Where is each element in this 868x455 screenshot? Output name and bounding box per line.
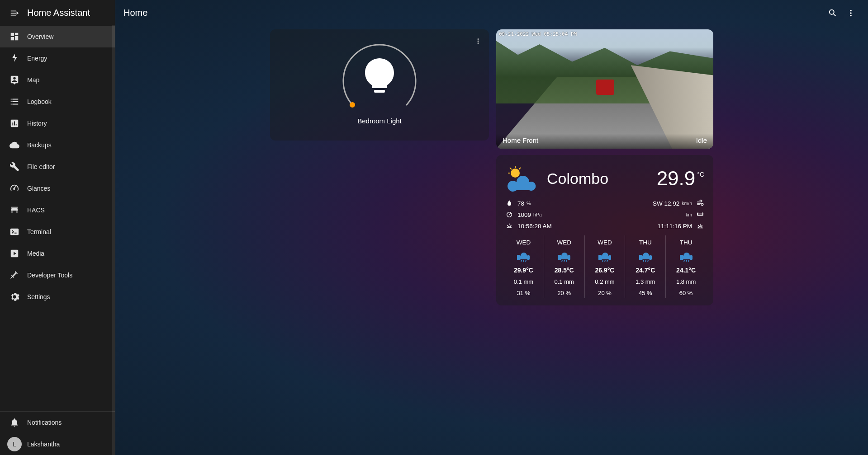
sidebar-item-media[interactable]: Media bbox=[0, 243, 115, 264]
camera-name: Home Front bbox=[503, 136, 538, 144]
sidebar-item-energy[interactable]: Energy bbox=[0, 47, 115, 69]
forecast-precip: 0.1 mm bbox=[514, 278, 533, 285]
svg-line-17 bbox=[607, 260, 607, 262]
forecast-humidity: 60 % bbox=[679, 290, 693, 296]
weather-forecast: WED 29.9°C 0.1 mm 31 % WED 28.5°C 0.1 mm… bbox=[503, 235, 706, 298]
dots-vertical-icon bbox=[846, 8, 856, 18]
play-box-icon bbox=[5, 244, 24, 263]
flash-icon bbox=[5, 49, 24, 67]
weather-card[interactable]: Colombo 29.9 °C 78% bbox=[496, 155, 713, 305]
sidebar-item-dev-tools[interactable]: Developer Tools bbox=[0, 264, 115, 286]
sidebar-item-label: Overview bbox=[27, 33, 53, 40]
search-button[interactable] bbox=[824, 4, 842, 22]
forecast-day: THU bbox=[680, 239, 693, 246]
dashboard-icon bbox=[5, 28, 24, 46]
weather-meta: 78% 1009hPa 10:56:28 AM bbox=[503, 199, 706, 235]
svg-point-2 bbox=[511, 169, 520, 178]
svg-rect-1 bbox=[374, 90, 385, 93]
speedometer-icon bbox=[5, 179, 24, 197]
sidebar-item-label: Developer Tools bbox=[27, 272, 72, 279]
person-pin-icon bbox=[5, 71, 24, 89]
svg-line-19 bbox=[645, 260, 646, 262]
svg-line-13 bbox=[564, 260, 564, 262]
light-card[interactable]: Bedroom Light bbox=[270, 29, 489, 141]
forecast-precip: 0.2 mm bbox=[595, 278, 614, 285]
sidebar-item-history[interactable]: History bbox=[0, 113, 115, 134]
user-name: Lakshantha bbox=[27, 441, 60, 448]
svg-line-16 bbox=[605, 260, 605, 262]
sidebar-item-terminal[interactable]: Terminal bbox=[0, 221, 115, 243]
weather-visibility: km bbox=[688, 211, 704, 219]
card-menu-button[interactable] bbox=[471, 34, 485, 48]
sidebar-item-user[interactable]: L Lakshantha bbox=[0, 433, 115, 455]
sidebar-item-glances[interactable]: Glances bbox=[0, 178, 115, 199]
forecast-precip: 1.8 mm bbox=[676, 278, 696, 285]
svg-line-5 bbox=[510, 168, 512, 169]
rain-icon bbox=[639, 250, 652, 262]
dashboard-content: Bedroom Light 09-21-2022 Wed 05:25:04 PM bbox=[115, 26, 868, 455]
sidebar-item-backups[interactable]: Backups bbox=[0, 134, 115, 156]
forecast-humidity: 31 % bbox=[517, 290, 531, 296]
main: Home bbox=[115, 0, 868, 455]
forecast-item: WED 26.9°C 0.2 mm 20 % bbox=[585, 235, 626, 298]
chart-box-icon bbox=[5, 114, 24, 132]
svg-line-20 bbox=[648, 260, 648, 262]
forecast-day: WED bbox=[557, 239, 571, 246]
sidebar-item-label: Map bbox=[27, 76, 39, 84]
wrench-icon bbox=[5, 158, 24, 176]
forecast-item: THU 24.1°C 1.8 mm 60 % bbox=[666, 235, 706, 298]
forecast-high: 26.9°C bbox=[595, 267, 615, 274]
weather-summary: Colombo 29.9 °C bbox=[503, 162, 706, 199]
sidebar-item-logbook[interactable]: Logbook bbox=[0, 91, 115, 113]
camera-footer: Home Front Idle bbox=[496, 134, 713, 149]
weather-temperature-unit: °C bbox=[697, 171, 704, 178]
forecast-day: WED bbox=[517, 239, 531, 246]
sidebar: Home Assistant Overview Energy Map Logbo… bbox=[0, 0, 115, 455]
sunset-icon bbox=[696, 222, 704, 230]
weather-sunset: 11:11:16 PM bbox=[657, 222, 704, 230]
visibility-icon bbox=[696, 211, 704, 219]
camera-card[interactable]: 09-21-2022 Wed 05:25:04 PM Home Front Id… bbox=[496, 29, 713, 149]
water-icon bbox=[505, 199, 513, 207]
rain-icon bbox=[598, 250, 611, 262]
weather-pressure: 1009hPa bbox=[505, 211, 552, 219]
hammer-icon bbox=[5, 266, 24, 284]
sidebar-item-notifications[interactable]: Notifications bbox=[0, 412, 115, 433]
menu-collapse-icon bbox=[9, 8, 19, 18]
lightbulb-dial-icon bbox=[334, 37, 425, 118]
app-title: Home Assistant bbox=[27, 8, 90, 18]
sidebar-toggle-button[interactable] bbox=[5, 4, 24, 22]
light-dial[interactable] bbox=[334, 39, 425, 116]
overflow-menu-button[interactable] bbox=[842, 4, 860, 22]
sidebar-item-label: Glances bbox=[27, 185, 50, 192]
sidebar-item-label: Backups bbox=[27, 141, 52, 149]
sidebar-item-label: Media bbox=[27, 250, 44, 257]
forecast-precip: 1.3 mm bbox=[636, 278, 655, 285]
page-title: Home bbox=[123, 8, 147, 18]
svg-line-9 bbox=[521, 260, 522, 262]
svg-line-6 bbox=[519, 168, 521, 169]
forecast-humidity: 20 % bbox=[598, 290, 612, 296]
sidebar-item-map[interactable]: Map bbox=[0, 69, 115, 91]
list-icon bbox=[5, 93, 24, 111]
weather-wind: SW 12.92km/h bbox=[653, 199, 704, 207]
forecast-item: THU 24.7°C 1.3 mm 45 % bbox=[625, 235, 666, 298]
console-icon bbox=[5, 223, 24, 241]
svg-line-14 bbox=[566, 260, 567, 262]
sidebar-item-overview[interactable]: Overview bbox=[0, 26, 115, 47]
camera-timestamp: 09-21-2022 Wed 05:25:04 PM bbox=[499, 31, 577, 37]
sidebar-item-settings[interactable]: Settings bbox=[0, 286, 115, 308]
svg-line-18 bbox=[643, 260, 644, 262]
sidebar-item-label: Logbook bbox=[27, 98, 52, 105]
sidebar-header: Home Assistant bbox=[0, 0, 115, 26]
forecast-humidity: 45 % bbox=[639, 290, 652, 296]
user-avatar-initial: L bbox=[7, 437, 22, 451]
sidebar-item-file-editor[interactable]: File editor bbox=[0, 156, 115, 178]
sidebar-item-hacs[interactable]: HACS bbox=[0, 199, 115, 221]
weather-humidity: 78% bbox=[505, 199, 552, 207]
forecast-high: 28.5°C bbox=[555, 267, 574, 274]
dots-vertical-icon bbox=[474, 37, 482, 45]
camera-image bbox=[496, 29, 713, 149]
svg-line-10 bbox=[523, 260, 524, 262]
forecast-high: 29.9°C bbox=[514, 267, 533, 274]
